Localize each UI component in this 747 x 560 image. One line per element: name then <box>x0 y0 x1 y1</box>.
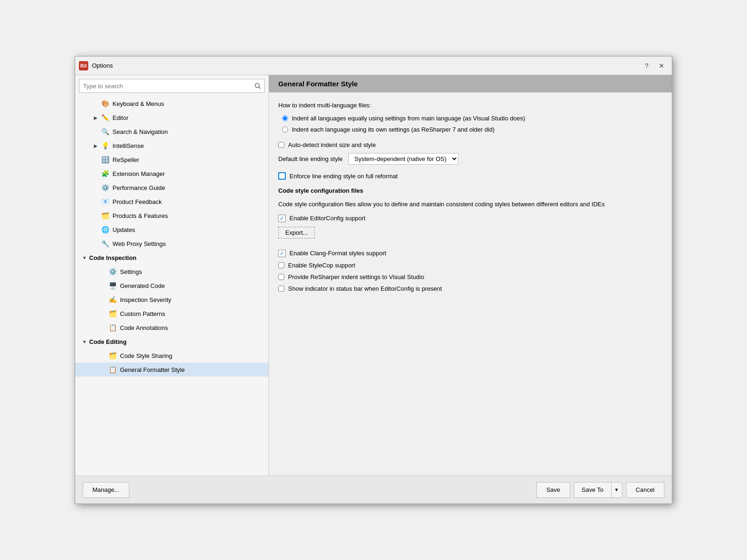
generated-label: Generated Code <box>120 282 165 289</box>
spacer <box>99 282 107 289</box>
ci-settings-icon: ⚙️ <box>108 267 117 276</box>
sidebar-item-editor[interactable]: ▶ ✏️ Editor <box>75 111 268 125</box>
bottom-left: Manage... <box>83 482 536 498</box>
manage-button[interactable]: Manage... <box>83 482 129 498</box>
enable-stylecop-label: Enable StyleCop support <box>288 262 355 269</box>
auto-detect-checkbox[interactable] <box>278 142 284 148</box>
auto-detect-row: Auto-detect indent size and style <box>278 141 662 148</box>
bottom-bar: Manage... Save Save To ▼ Cancel <box>75 476 672 504</box>
search-nav-label: Search & Navigation <box>113 128 168 135</box>
indent-radio-2-label: Indent each language using its own setti… <box>292 126 494 134</box>
provide-resharper-checkbox[interactable] <box>278 274 284 280</box>
cancel-button[interactable]: Cancel <box>626 482 664 498</box>
show-indicator-label: Show indicator in status bar when Editor… <box>288 285 442 292</box>
annotations-icon: 📋 <box>108 323 117 332</box>
indent-radio-2[interactable] <box>282 126 288 133</box>
show-indicator-row: Show indicator in status bar when Editor… <box>278 285 662 292</box>
indent-radio-1-label: Indent all languages equally using setti… <box>292 114 525 123</box>
sidebar-item-code-annotations[interactable]: 📋 Code Annotations <box>75 321 268 335</box>
formatter-icon: 📋 <box>108 365 117 374</box>
code-editing-expand-icon: ▼ <box>81 338 88 345</box>
code-style-section-title: Code style configuration files <box>278 187 662 194</box>
code-style-description: Code style configuration files allow you… <box>278 200 662 209</box>
enforce-checkbox[interactable] <box>278 172 286 180</box>
updates-icon: 🌐 <box>100 225 110 234</box>
radio-item-2: Indent each language using its own setti… <box>282 126 662 134</box>
indent-radio-group: Indent all languages equally using setti… <box>282 114 662 134</box>
spacer <box>99 310 107 317</box>
sidebar-item-extension-manager[interactable]: 🧩 Extension Manager <box>75 167 268 181</box>
webproxy-icon: 🔧 <box>100 239 110 248</box>
respeller-icon: 🔡 <box>100 155 110 164</box>
show-indicator-checkbox[interactable] <box>278 286 284 292</box>
enforce-label: Enforce line ending style on full reform… <box>289 173 398 180</box>
patterns-icon: 🗂️ <box>108 309 117 318</box>
radio-item-1: Indent all languages equally using setti… <box>282 114 662 123</box>
spacer <box>99 366 107 373</box>
save-to-split-button: Save To ▼ <box>574 482 622 498</box>
sidebar-item-generated-code[interactable]: 🖥️ Generated Code <box>75 279 268 293</box>
sidebar-item-code-style-sharing[interactable]: 🗂️ Code Style Sharing <box>75 349 268 363</box>
sidebar-item-keyboard-menus[interactable]: 🎨 Keyboard & Menus <box>75 97 268 111</box>
save-to-dropdown-button[interactable]: ▼ <box>611 482 622 498</box>
spacer <box>99 324 107 331</box>
extension-icon: 🧩 <box>100 169 110 178</box>
help-button[interactable]: ? <box>640 60 653 71</box>
enable-editorconfig-label: Enable EditorConfig support <box>289 215 366 222</box>
panel-header: General Formatter Style <box>269 75 672 92</box>
export-button[interactable]: Export... <box>278 227 315 238</box>
indent-radio-1[interactable] <box>282 115 288 121</box>
products-icon: 🗂️ <box>100 211 110 220</box>
options-dialog: R# Options ? ✕ <box>75 56 672 504</box>
annotations-label: Code Annotations <box>120 324 168 331</box>
search-input[interactable] <box>79 83 251 90</box>
enable-stylecop-checkbox[interactable] <box>278 262 284 268</box>
generated-icon: 🖥️ <box>108 281 117 290</box>
intellisense-icon: 💡 <box>100 141 110 150</box>
sidebar-item-custom-patterns[interactable]: 🗂️ Custom Patterns <box>75 307 268 321</box>
sidebar-item-search-navigation[interactable]: 🔍 Search & Navigation <box>75 125 268 139</box>
search-button[interactable] <box>251 79 264 92</box>
sidebar-item-inspection-severity[interactable]: ✍️ Inspection Severity <box>75 293 268 307</box>
sidebar-item-general-formatter[interactable]: 📋 General Formatter Style <box>75 363 268 377</box>
line-ending-label: Default line ending style <box>278 155 343 162</box>
enable-clang-label: Enable Clang-Format styles support <box>289 250 386 257</box>
sidebar-item-performance[interactable]: ⚙️ Performance Guide <box>75 181 268 195</box>
indent-section-title: How to indent multi-language files: <box>278 102 662 109</box>
close-button[interactable]: ✕ <box>655 60 668 71</box>
sidebar-item-updates[interactable]: 🌐 Updates <box>75 223 268 237</box>
provide-resharper-row: Provide ReSharper indent settings to Vis… <box>278 273 662 280</box>
settings-label: Settings <box>120 268 142 275</box>
left-panel: 🎨 Keyboard & Menus ▶ ✏️ Editor 🔍 Search … <box>75 75 269 476</box>
enable-stylecop-row: Enable StyleCop support <box>278 262 662 269</box>
auto-detect-label: Auto-detect indent size and style <box>288 141 376 148</box>
sidebar-section-code-editing[interactable]: ▼ Code Editing <box>75 335 268 349</box>
sidebar-item-intellisense[interactable]: ▶ 💡 IntelliSense <box>75 139 268 153</box>
intellisense-expand-icon: ▶ <box>92 142 99 149</box>
sidebar-item-products-features[interactable]: 🗂️ Products & Features <box>75 209 268 223</box>
code-inspection-header-label: Code Inspection <box>89 254 136 261</box>
webproxy-label: Web Proxy Settings <box>113 240 166 247</box>
editor-label: Editor <box>113 114 128 121</box>
spacer <box>92 156 99 163</box>
line-ending-select[interactable]: System-dependent (native for OS) <box>348 153 458 165</box>
save-button[interactable]: Save <box>536 482 570 498</box>
sidebar-item-respeller[interactable]: 🔡 ReSpeller <box>75 153 268 167</box>
sidebar-item-product-feedback[interactable]: 📧 Product Feedback <box>75 195 268 209</box>
sidebar-item-settings[interactable]: ⚙️ Settings <box>75 265 268 279</box>
feedback-icon: 📧 <box>100 197 110 206</box>
svg-point-0 <box>255 84 260 88</box>
enable-editorconfig-checkbox[interactable] <box>278 215 286 222</box>
save-to-main-button[interactable]: Save To <box>574 482 611 498</box>
enable-clang-checkbox[interactable] <box>278 250 286 257</box>
sidebar-item-web-proxy[interactable]: 🔧 Web Proxy Settings <box>75 237 268 251</box>
search-nav-icon: 🔍 <box>100 127 110 136</box>
formatter-label: General Formatter Style <box>120 366 185 373</box>
spacer <box>99 352 107 359</box>
products-label: Products & Features <box>113 212 168 219</box>
bottom-right: Save Save To ▼ Cancel <box>536 482 664 498</box>
line-ending-row: Default line ending style System-depende… <box>278 153 662 165</box>
enable-clang-row: Enable Clang-Format styles support <box>278 250 662 257</box>
sidebar-section-code-inspection[interactable]: ▼ Code Inspection <box>75 251 268 265</box>
severity-icon: ✍️ <box>108 295 117 304</box>
